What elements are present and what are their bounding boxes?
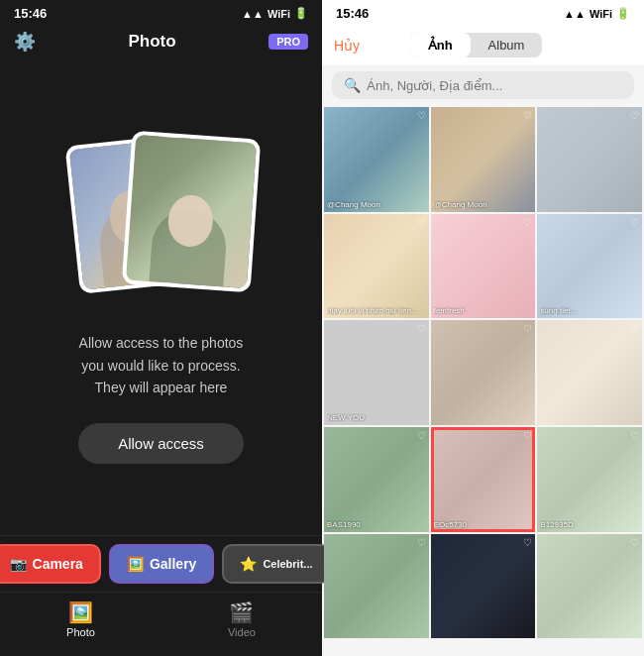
video-nav-icon: 🎬 <box>229 601 254 624</box>
wifi-icon: WiFi <box>268 8 290 20</box>
gallery-label: Gallery <box>150 556 196 572</box>
app-title: Photo <box>129 32 176 52</box>
grid-row-4: ♡♡♡ <box>324 534 642 639</box>
cell-label-3-1: EOc5730 <box>434 520 533 529</box>
cancel-button[interactable]: Hủy <box>334 38 360 54</box>
photo-card-woman <box>121 131 260 293</box>
heart-icon-0-2: ♡ <box>630 110 639 121</box>
grid-row-2: NEW YOU♡♡♡ <box>324 320 642 425</box>
photo-nav-icon: 🖼️ <box>68 601 93 624</box>
tab-album-option[interactable]: Album <box>471 33 543 57</box>
view-tab-group: Ảnh Album <box>410 33 543 57</box>
photo-nav-label: Photo <box>66 626 95 638</box>
heart-icon-3-0: ♡ <box>417 430 426 441</box>
status-icons-right: ▲▲ WiFi 🔋 <box>564 7 630 20</box>
grid-cell-2-2[interactable]: ♡ <box>537 320 642 425</box>
grid-cell-3-0[interactable]: BAS1990♡ <box>324 427 429 532</box>
grid-cell-3-1[interactable]: EOc5730♡ <box>431 427 536 532</box>
cell-label-0-0: @Chang Moon <box>327 200 426 209</box>
time-right: 15:46 <box>336 6 369 21</box>
nav-video[interactable]: 🎬 Video <box>208 597 275 642</box>
grid-cell-0-0[interactable]: @Chang Moon♡ <box>324 107 429 212</box>
heart-icon-4-1: ♡ <box>523 537 532 548</box>
tab-buttons-row: 📷 Camera 🖼️ Gallery ⭐ Celebrit... <box>0 544 322 592</box>
cell-label-2-0: NEW YOU <box>327 413 426 422</box>
wifi-icon-r: WiFi <box>590 8 612 20</box>
heart-icon-1-1: ♡ <box>523 217 532 228</box>
heart-icon-1-0: ♡ <box>417 217 426 228</box>
heart-icon-1-2: ♡ <box>630 217 639 228</box>
heart-icon-3-2: ♡ <box>630 430 639 441</box>
grid-row-0: @Chang Moon♡@Chang Moon♡♡ <box>324 107 642 212</box>
status-bar-right: 15:46 ▲▲ WiFi 🔋 <box>322 0 644 25</box>
cell-label-0-1: @Chang Moon <box>434 200 533 209</box>
nav-photo[interactable]: 🖼️ Photo <box>47 597 115 642</box>
cell-label-1-1: femfresh <box>434 306 533 315</box>
grid-row-1: giay luoi vi phim giu tien...♡femfresh♡s… <box>324 214 642 319</box>
top-bar-left: ⚙️ Photo PRO <box>0 25 322 58</box>
status-bar-left: 15:46 ▲▲ WiFi 🔋 <box>0 0 322 25</box>
photo-illustration-area: Allow access to the photos you would lik… <box>0 58 322 535</box>
heart-icon-2-2: ♡ <box>630 323 639 334</box>
grid-cell-1-0[interactable]: giay luoi vi phim giu tien...♡ <box>324 214 429 319</box>
heart-icon-4-2: ♡ <box>630 537 639 548</box>
gear-icon[interactable]: ⚙️ <box>14 31 36 53</box>
grid-cell-4-1[interactable]: ♡ <box>431 534 536 639</box>
search-icon: 🔍 <box>344 77 361 93</box>
right-panel: 15:46 ▲▲ WiFi 🔋 Hủy Ảnh Album 🔍 @Chang M… <box>322 0 644 656</box>
status-icons-left: ▲▲ WiFi 🔋 <box>242 7 308 20</box>
grid-cell-4-2[interactable]: ♡ <box>537 534 642 639</box>
camera-icon: 📷 <box>10 556 27 572</box>
heart-icon-0-1: ♡ <box>523 110 532 121</box>
heart-icon-2-0: ♡ <box>417 323 426 334</box>
cell-label-3-0: BAS1990 <box>327 520 426 529</box>
tab-photo-option[interactable]: Ảnh <box>410 33 471 57</box>
time-left: 15:46 <box>14 6 47 21</box>
photos-stack <box>62 130 261 308</box>
grid-cell-2-1[interactable]: ♡ <box>431 320 536 425</box>
heart-icon-2-1: ♡ <box>523 323 532 334</box>
star-icon: ⭐ <box>240 556 257 572</box>
celeb-label: Celebrit... <box>263 558 312 570</box>
cell-label-1-0: giay luoi vi phim giu tien... <box>327 306 426 315</box>
heart-icon-3-1: ♡ <box>523 430 532 441</box>
heart-icon-0-0: ♡ <box>417 110 426 121</box>
cell-label-1-2: sung tiet... <box>540 306 639 315</box>
battery-icon-r: 🔋 <box>616 7 630 20</box>
signal-icon: ▲▲ <box>242 8 264 20</box>
signal-icon-r: ▲▲ <box>564 8 586 20</box>
grid-cell-2-0[interactable]: NEW YOU♡ <box>324 320 429 425</box>
grid-cell-1-1[interactable]: femfresh♡ <box>431 214 536 319</box>
bottom-tabs-section: 📷 Camera 🖼️ Gallery ⭐ Celebrit... 🖼️ Pho… <box>0 535 322 656</box>
allow-access-button[interactable]: Allow access <box>78 423 244 464</box>
battery-icon: 🔋 <box>294 7 308 20</box>
cell-label-3-2: B12935D <box>540 520 639 529</box>
top-bar-right: Hủy Ảnh Album <box>322 25 644 65</box>
grid-cell-0-1[interactable]: @Chang Moon♡ <box>431 107 536 212</box>
grid-cell-4-0[interactable]: ♡ <box>324 534 429 639</box>
heart-icon-4-0: ♡ <box>417 537 426 548</box>
celebrities-tab-button[interactable]: ⭐ Celebrit... <box>222 544 330 584</box>
grid-cell-3-2[interactable]: B12935D♡ <box>537 427 642 532</box>
grid-cell-1-2[interactable]: sung tiet...♡ <box>537 214 642 319</box>
left-panel: 15:46 ▲▲ WiFi 🔋 ⚙️ Photo PRO Allow acces… <box>0 0 322 656</box>
grid-row-3: BAS1990♡EOc5730♡B12935D♡ <box>324 427 642 532</box>
search-input[interactable] <box>367 78 622 93</box>
video-nav-label: Video <box>228 626 256 638</box>
camera-tab-button[interactable]: 📷 Camera <box>0 544 101 584</box>
pro-badge: PRO <box>268 34 308 50</box>
camera-label: Camera <box>33 556 83 572</box>
allow-description: Allow access to the photos you would lik… <box>79 332 244 398</box>
grid-cell-0-2[interactable]: ♡ <box>537 107 642 212</box>
gallery-icon: 🖼️ <box>127 556 144 572</box>
bottom-nav-left: 🖼️ Photo 🎬 Video <box>0 592 322 646</box>
search-bar[interactable]: 🔍 <box>332 71 634 99</box>
gallery-tab-button[interactable]: 🖼️ Gallery <box>109 544 214 584</box>
photo-grid: @Chang Moon♡@Chang Moon♡♡giay luoi vi ph… <box>322 105 644 656</box>
